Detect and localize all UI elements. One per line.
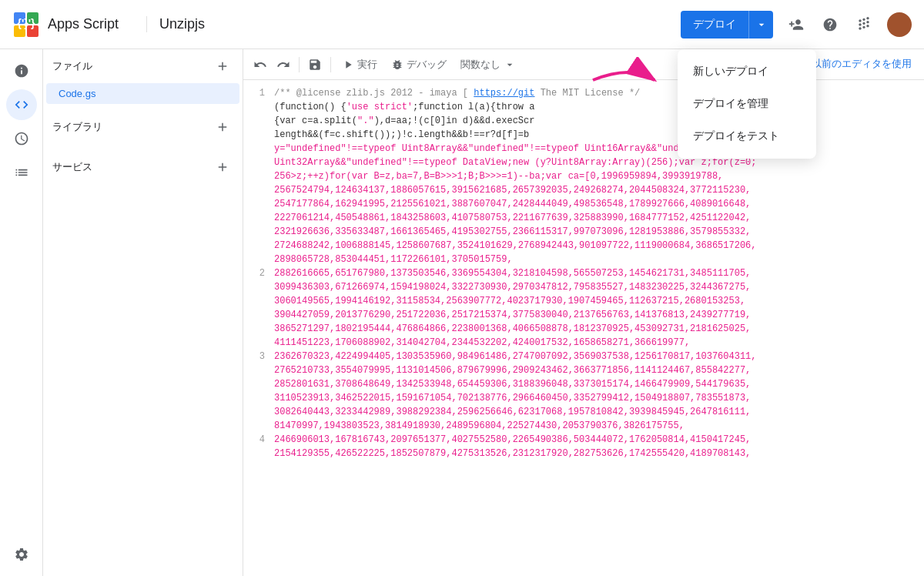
code-line-1f: Uint32Array&&"undefined"!==typeof DataVi… [243, 156, 924, 169]
code-line-3: 3 2362670323,4224994405,1303535960,98496… [243, 350, 924, 363]
app-title: Apps Script [48, 16, 119, 32]
toolbar-divider-2 [330, 57, 331, 72]
redo-icon [276, 58, 290, 72]
help-button[interactable] [815, 9, 845, 40]
user-avatar[interactable] [887, 12, 912, 37]
debug-button[interactable]: デバッグ [385, 55, 453, 75]
sidebar-item-settings[interactable] [6, 539, 37, 570]
line-number-2: 2 [243, 266, 274, 280]
debug-icon [391, 59, 403, 71]
line-number-1m [243, 253, 274, 266]
line-content-2: 2882616665,651767980,1373503546,33695543… [274, 266, 924, 280]
code-line-2b: 3099436303,671266974,1594198024,33227309… [243, 280, 924, 294]
sidebar-item-clock[interactable] [6, 123, 37, 154]
manage-deploy-item[interactable]: デプロイを管理 [678, 88, 816, 120]
toolbar-divider-1 [299, 57, 300, 72]
test-deploy-item[interactable]: デプロイをテスト [678, 120, 816, 152]
deploy-button-group[interactable]: デプロイ [681, 11, 773, 39]
code-line-2d: 3904427059,2013776290,251722036,25172153… [243, 308, 924, 322]
code-line-1l: 2724688242,1006888145,1258607687,3524101… [243, 239, 924, 253]
line-number-4: 4 [243, 433, 274, 447]
code-line-1d: length&&(f=c.shift());)!c.length&&b!==r?… [243, 128, 924, 142]
function-selector[interactable]: 関数なし [454, 55, 522, 75]
deploy-dropdown-button[interactable] [748, 11, 773, 39]
line-content-1m: 2898065728,853044451,1172266101,37050157… [274, 253, 924, 266]
list-icon [14, 165, 29, 180]
code-line-1k: 2321926636,335633487,1661365465,41953027… [243, 225, 924, 239]
libraries-header: ライブラリ [43, 110, 243, 144]
line-content-1f: Uint32Array&&"undefined"!==typeof DataVi… [274, 156, 924, 169]
code-line-1i: 2547177864,162941995,2125561021,38876070… [243, 197, 924, 211]
libraries-title: ライブラリ [52, 120, 209, 134]
sidebar-icons [0, 49, 43, 576]
code-editor[interactable]: 1 /** @license zlib.js 2012 - imaya [ ht… [243, 80, 924, 576]
sidebar-item-list[interactable] [6, 157, 37, 188]
line-number-1b [243, 100, 274, 114]
apps-script-logo: {'}'} [12, 11, 40, 39]
line-number-1g [243, 169, 274, 183]
code-line-1e: y="undefined"!==typeof Uint8Array&&"unde… [243, 142, 924, 156]
code-line-2c: 3060149565,1994146192,31158534,256390777… [243, 294, 924, 308]
line-content-3d: 3110523913,3462522015,1591671054,7021387… [274, 391, 924, 405]
line-number-1i [243, 197, 274, 211]
line-number-3d [243, 391, 274, 405]
new-deploy-item[interactable]: 新しいデプロイ [678, 55, 816, 88]
line-content-1k: 2321926636,335633487,1661365465,41953027… [274, 225, 924, 239]
save-button[interactable] [304, 54, 326, 75]
run-button[interactable]: 実行 [336, 55, 383, 75]
svg-text:{'}'}: {'}'} [17, 17, 35, 29]
files-title: ファイル [52, 59, 209, 73]
code-line-1g: 256>z;++z)for(var B=z,ba=7,B=B>>>1;B;B>>… [243, 169, 924, 183]
prev-editor-link[interactable]: 以前のエディタを使用 [812, 57, 912, 71]
save-icon [308, 58, 322, 72]
line-content-1j: 2227061214,450548861,1843258603,41075807… [274, 211, 924, 225]
undo-icon [253, 58, 267, 72]
line-content-4b: 2154129355,426522225,1852507879,42753135… [274, 447, 924, 460]
deploy-dropdown-menu: 新しいデプロイ デプロイを管理 デプロイをテスト [678, 49, 816, 159]
services-title: サービス [52, 160, 209, 174]
code-line-4: 4 2466906013,167816743,2097651377,402755… [243, 433, 924, 447]
line-content-1l: 2724688242,1006888145,1258607687,3524101… [274, 239, 924, 253]
line-number-1j [243, 211, 274, 225]
line-content-2d: 3904427059,2013776290,251722036,25172153… [274, 308, 924, 322]
person-add-icon [788, 17, 804, 32]
code-line-3c: 2852801631,3708648649,1342533948,6544593… [243, 377, 924, 391]
redo-button[interactable] [273, 54, 294, 75]
line-number-1k [243, 225, 274, 239]
line-number-1: 1 [243, 86, 274, 100]
line-number-2b [243, 280, 274, 294]
clock-icon [14, 131, 29, 146]
line-content-3f: 81470997,1943803523,3814918930,248959680… [274, 419, 924, 433]
add-service-button[interactable] [212, 156, 233, 178]
add-user-button[interactable] [781, 9, 812, 40]
line-number-2e [243, 322, 274, 336]
file-item-code-gs[interactable]: Code.gs [46, 83, 239, 104]
deploy-main-button[interactable]: デプロイ [681, 11, 748, 39]
line-content-4: 2466906013,167816743,2097651377,40275525… [274, 433, 924, 447]
line-content-1c: {var c=a.split("."),d=aa;!(c[0]in d)&&d.… [274, 114, 924, 128]
code-line-1j: 2227061214,450548861,1843258603,41075807… [243, 211, 924, 225]
line-content-2e: 3865271297,1802195444,476864866,22380013… [274, 322, 924, 336]
line-content-3c: 2852801631,3708648649,1342533948,6544593… [274, 377, 924, 391]
sidebar-item-info[interactable] [6, 55, 37, 86]
code-line-2: 2 2882616665,651767980,1373503546,336955… [243, 266, 924, 280]
line-content-1e: y="undefined"!==typeof Uint8Array&&"unde… [274, 142, 924, 156]
undo-button[interactable] [249, 54, 271, 75]
sidebar-item-code[interactable] [6, 89, 37, 120]
apps-button[interactable] [849, 9, 879, 40]
line-content-3e: 3082640443,3233442989,3988292384,2596256… [274, 405, 924, 419]
line-content-1b: (function() {'use strict';function l(a){… [274, 100, 924, 114]
add-file-button[interactable] [212, 55, 233, 77]
plus-icon [216, 59, 229, 73]
files-header: ファイル [43, 49, 243, 83]
code-line-1h: 2567524794,124634137,1886057615,39156216… [243, 183, 924, 197]
run-label: 実行 [357, 58, 377, 72]
play-icon [342, 59, 354, 71]
help-icon [822, 17, 838, 32]
plus-icon-lib [216, 120, 229, 134]
code-line-2f: 4111451223,1706088902,314042704,23445322… [243, 336, 924, 350]
line-number-1l [243, 239, 274, 253]
line-content-2b: 3099436303,671266974,1594198024,33227309… [274, 280, 924, 294]
add-library-button[interactable] [212, 116, 233, 138]
code-line-3b: 2765210733,3554079995,1131014506,8796799… [243, 363, 924, 377]
